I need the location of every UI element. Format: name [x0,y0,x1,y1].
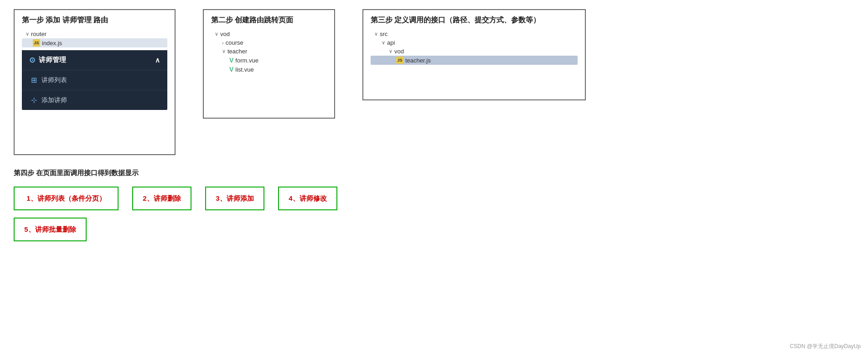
step3-title: 第三步 定义调用的接口（路径、提交方式、参数等） [371,16,578,25]
action-label-4: 4、讲师修改 [289,194,326,203]
top-row: 第一步 添加 讲师管理 路由 ∨ router JS index.js ⊙ 讲师… [14,9,854,155]
js-file-icon: JS [33,39,40,47]
step1-file-tree: ∨ router JS index.js [22,30,167,47]
course-chevron-icon: › [222,40,224,46]
footer: CSDN @学无止境DayDayUp [790,343,861,350]
step2-title: 第二步 创建路由跳转页面 [211,16,327,25]
step3-file-tree: ∨ src ∨ api ∨ vod JS teacher.js [371,30,578,65]
teacher-js-label: teacher.js [405,57,431,64]
vod2-chevron-icon: ∨ [389,48,393,54]
vod-chevron-icon: ∨ [215,31,218,37]
main-container: 第一步 添加 讲师管理 路由 ∨ router JS index.js ⊙ 讲师… [0,0,868,260]
action-box-3[interactable]: 3、讲师添加 [205,187,264,210]
step4-title: 第四步 在页面里面调用接口得到数据显示 [14,169,854,177]
grid-icon: ⊞ [31,76,37,84]
gear-icon: ⊙ [29,56,35,64]
api-label: api [387,39,395,46]
step1-box: 第一步 添加 讲师管理 路由 ∨ router JS index.js ⊙ 讲师… [14,9,176,155]
tree-vod-row: ∨ vod [211,30,327,38]
action-box-4[interactable]: 4、讲师修改 [278,187,337,210]
vue-form-icon: V [229,57,233,64]
menu-header-label: 讲师管理 [39,56,66,64]
tree-src-row: ∨ src [371,30,578,38]
tree-indexjs-row: JS index.js [22,38,167,47]
sidebar-menu-header[interactable]: ⊙ 讲师管理 ∧ [22,50,167,70]
action-box-1[interactable]: 1、讲师列表（条件分页） [14,187,119,210]
js-teacher-icon: JS [396,57,403,64]
tree-teacherjs-row: JS teacher.js [371,56,578,65]
sidebar-menu: ⊙ 讲师管理 ∧ ⊞ 讲师列表 ⊹ 添加讲师 [22,50,167,110]
indexjs-label: index.js [42,40,62,47]
action-box-5[interactable]: 5、讲师批量删除 [14,218,87,241]
teacher-label: teacher [227,48,247,55]
tree-teacher-row: ∨ teacher [211,47,327,56]
action-label-3: 3、讲师添加 [216,194,253,203]
action-boxes-row2: 5、讲师批量删除 [14,218,854,241]
action-label-2: 2、讲师删除 [143,194,181,203]
router-label: router [31,31,46,37]
tree-router-row: ∨ router [22,30,167,38]
footer-text: CSDN @学无止境DayDayUp [790,343,861,349]
src-label: src [380,31,388,37]
chevron-down-icon: ∨ [26,31,29,37]
step4-section: 第四步 在页面里面调用接口得到数据显示 1、讲师列表（条件分页） 2、讲师删除 … [14,169,854,241]
api-chevron-icon: ∨ [382,40,385,46]
action-label-1: 1、讲师列表（条件分页） [26,194,105,203]
step2-box: 第二步 创建路由跳转页面 ∨ vod › course ∨ teacher V … [203,9,335,119]
form-vue-label: form.vue [235,57,258,64]
teacher-chevron-icon: ∨ [222,48,226,54]
tree-course-row: › course [211,38,327,47]
step3-box: 第三步 定义调用的接口（路径、提交方式、参数等） ∨ src ∨ api ∨ v… [362,9,586,100]
tree-form-vue-row: V form.vue [211,56,327,65]
src-chevron-icon: ∨ [374,31,378,37]
sidebar-item-teacher-list[interactable]: ⊞ 讲师列表 [22,70,167,90]
action-label-5: 5、讲师批量删除 [24,225,76,234]
sidebar-item-label-list: 讲师列表 [41,76,67,84]
hierarchy-icon: ⊹ [31,96,37,104]
sidebar-item-add-teacher[interactable]: ⊹ 添加讲师 [22,90,167,110]
step2-file-tree: ∨ vod › course ∨ teacher V form.vue V [211,30,327,74]
step1-title: 第一步 添加 讲师管理 路由 [22,16,167,25]
tree-vod2-row: ∨ vod [371,47,578,56]
vod-label: vod [220,31,230,37]
sidebar-item-label-add: 添加讲师 [41,96,67,104]
course-label: course [226,39,243,46]
vue-list-icon: V [229,66,233,73]
expand-icon: ∧ [155,56,160,64]
vod2-label: vod [394,48,404,55]
tree-api-row: ∨ api [371,38,578,47]
action-box-2[interactable]: 2、讲师删除 [132,187,191,210]
action-boxes-row1: 1、讲师列表（条件分页） 2、讲师删除 3、讲师添加 4、讲师修改 [14,187,854,210]
list-vue-label: list.vue [235,66,253,73]
tree-list-vue-row: V list.vue [211,65,327,74]
